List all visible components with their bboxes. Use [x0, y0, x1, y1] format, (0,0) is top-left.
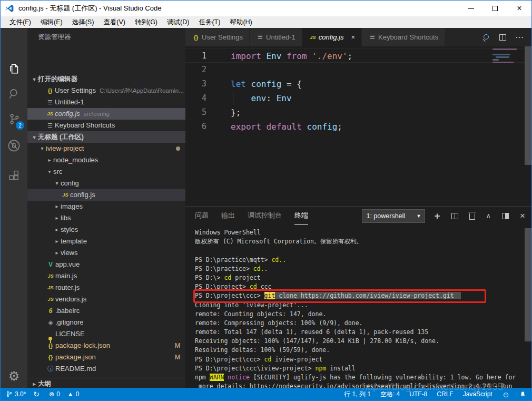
open-editor-detail: C:\Users\孙\AppData\Roamin... [100, 85, 184, 96]
panel-tab[interactable]: 调试控制台 [248, 207, 282, 225]
tree-item[interactable]: ▸template [27, 236, 185, 247]
tree-item[interactable]: 6.babelrc [27, 305, 185, 317]
tree-item[interactable]: {}package.jsonM [27, 351, 185, 363]
js-file-icon: JS [309, 34, 317, 40]
workspace-header[interactable]: ▾无标题 (工作区) [27, 131, 185, 143]
terminal-scrollbar[interactable] [525, 228, 531, 341]
menu-item[interactable]: 编辑(E) [36, 16, 67, 28]
terminal-select[interactable]: 1: powershell ▼ [362, 210, 425, 222]
notifications-bell-icon[interactable] [519, 390, 526, 398]
menu-item[interactable]: 选择(S) [67, 16, 99, 28]
code-line[interactable]: 4 env: Env [185, 91, 531, 105]
cursor-position[interactable]: 行 1, 列 1 [344, 390, 371, 399]
tree-item[interactable]: LICENSE [27, 328, 185, 340]
code-line[interactable]: 2 [185, 63, 531, 77]
tree-item[interactable]: ▸views [27, 247, 185, 259]
open-editors-header[interactable]: ▾打开的编辑器 [27, 73, 185, 85]
maximize-button[interactable] [483, 1, 507, 16]
indentation-setting[interactable]: 空格: 4 [380, 390, 400, 399]
tree-item[interactable]: ▾src [27, 166, 185, 178]
tree-item[interactable]: ▾config [27, 178, 185, 189]
editor-tab-keyboard-shortcuts[interactable]: ☰Keyboard Shortcuts [362, 28, 445, 46]
git-branch-indicator[interactable]: 3.0* [6, 390, 26, 398]
open-preview-icon[interactable] [482, 34, 490, 41]
terminal-select-value: 1: powershell [366, 212, 405, 220]
modified-dot-icon [176, 146, 180, 151]
code-line[interactable]: 1import Env from './env'; [185, 48, 531, 63]
editor-scrollbar[interactable] [525, 46, 531, 165]
add-terminal-icon[interactable]: + [434, 212, 440, 220]
split-terminal-icon[interactable] [451, 213, 458, 219]
warning-count[interactable]: ▲0 [67, 390, 80, 398]
terminal-line: Cloning into 'iview-project'... [195, 301, 531, 310]
close-tab-icon[interactable]: × [351, 33, 355, 41]
open-editor-item[interactable]: {}User SettingsC:\Users\孙\AppData\Roamin… [27, 85, 185, 96]
split-editor-icon[interactable] [499, 34, 506, 41]
chevron-collapsed-icon: ▸ [53, 247, 61, 259]
minimize-button[interactable] [459, 1, 483, 16]
editor-tab-untitled-1[interactable]: ☰Untitled-1 [250, 28, 302, 46]
eol-setting[interactable]: CRLF [437, 390, 453, 398]
panel-tab[interactable]: 输出 [221, 207, 235, 225]
code-line[interactable]: 3let config = { [185, 77, 531, 91]
close-button[interactable]: × [507, 1, 531, 16]
tree-item[interactable]: ◈.gitignore [27, 317, 185, 328]
babel-file-icon: 6 [46, 305, 55, 317]
tree-item[interactable]: ▸node_modules [27, 154, 185, 166]
tree-item[interactable]: JSrouter.js [27, 282, 185, 294]
error-count[interactable]: ⊗0 [49, 390, 60, 398]
menu-item[interactable]: 文件(F) [5, 16, 36, 28]
language-mode[interactable]: JavaScript [463, 390, 492, 398]
debug-icon[interactable] [1, 134, 27, 157]
explorer-icon[interactable] [1, 57, 27, 80]
more-actions-icon[interactable]: ··· [516, 33, 524, 41]
menu-item[interactable]: 查看(V) [98, 16, 130, 28]
sync-button[interactable]: ↻ [33, 390, 42, 398]
tree-item[interactable]: {}package-lock.jsonM [27, 340, 185, 351]
editor-tab-user-settings[interactable]: {}User Settings [185, 28, 249, 46]
menu-item[interactable]: 转到(G) [130, 16, 162, 28]
panel-header: 问题输出调试控制台终端 1: powershell ▼ + ∧ × [185, 207, 531, 225]
panel-tab[interactable]: 问题 [195, 207, 209, 225]
extensions-icon[interactable] [1, 164, 27, 187]
tree-item[interactable]: JSconfig.js [27, 189, 185, 201]
menu-item[interactable]: 调试(D) [162, 16, 194, 28]
code-editor[interactable]: 1import Env from './env';23let config = … [185, 46, 531, 206]
open-editor-item[interactable]: ☰Untitled-1 [27, 96, 185, 108]
menu-item[interactable]: 任务(T) [194, 16, 225, 28]
chevron-collapsed-icon: ▸ [53, 201, 61, 212]
tree-item[interactable]: ▸images [27, 201, 185, 212]
tree-item[interactable]: ▸styles [27, 224, 185, 236]
tree-item[interactable]: Vapp.vue [27, 259, 185, 270]
panel-tab[interactable]: 终端 [294, 207, 308, 225]
tree-item[interactable]: JSvendors.js [27, 294, 185, 305]
close-panel-icon[interactable]: × [520, 211, 525, 221]
code-line[interactable]: 6export default config; [185, 120, 531, 134]
kill-terminal-icon[interactable] [469, 213, 475, 220]
editor-tab-config-js[interactable]: JSconfig.js× [302, 28, 361, 46]
list-file-icon: ☰ [45, 120, 55, 131]
twistie-icon: ▸ [31, 378, 38, 389]
tree-item[interactable]: JSmain.js [27, 270, 185, 282]
maximize-panel-icon[interactable]: ∧ [486, 212, 491, 220]
terminal-output[interactable]: Windows PowerShell版权所有 (C) Microsoft Cor… [185, 225, 531, 389]
tree-item-label: images [61, 201, 83, 212]
tree-item-label: libs [61, 212, 71, 224]
search-icon[interactable] [1, 82, 27, 105]
outline-section[interactable]: ▸大纲 [27, 378, 185, 389]
tree-item[interactable]: ▸libs [27, 212, 185, 224]
open-editor-item[interactable]: JSconfig.jssrc\config [27, 108, 185, 120]
js-file-icon: JS [46, 282, 55, 294]
menu-item[interactable]: 帮助(H) [225, 16, 257, 28]
code-line[interactable]: 5}; [185, 105, 531, 120]
settings-gear-icon[interactable]: ⚙ [1, 367, 27, 386]
source-control-icon[interactable]: 2 [1, 107, 27, 131]
encoding-setting[interactable]: UTF-8 [409, 390, 427, 398]
open-editor-item[interactable]: ☰Keyboard Shortcuts [27, 120, 185, 131]
minimap[interactable] [490, 47, 523, 72]
feedback-smiley-icon[interactable]: ☺ [502, 390, 510, 399]
move-panel-icon[interactable] [502, 213, 509, 219]
tree-item[interactable]: ▾iview-project [27, 143, 185, 154]
tree-item[interactable]: ⓘREADME.md [27, 363, 185, 375]
error-icon: ⊗ [49, 390, 54, 398]
